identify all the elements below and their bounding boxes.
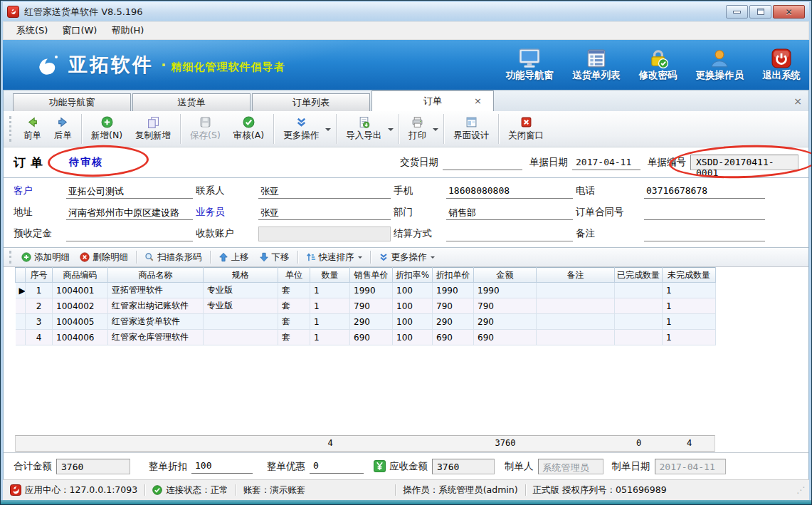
close-button[interactable]: ✕ [773,5,805,19]
tab-order-list[interactable]: 订单列表 [252,93,370,111]
print-button[interactable]: 打印 [402,114,433,144]
toolbar-separator [399,114,399,144]
discount-label: 整单折扣 [149,460,187,473]
detail-more-actions-button[interactable]: 更多操作 [374,250,440,265]
minimize-button[interactable] [726,5,748,19]
col-seq[interactable]: 序号 [26,268,53,283]
dropdown-arrow-icon[interactable] [325,128,331,134]
audit-check-icon [243,116,255,128]
close-window-icon [520,116,532,128]
mobile-label: 手机 [394,184,443,197]
delete-detail-button[interactable]: 删除明细 [75,250,133,265]
delivery-date-field[interactable] [443,155,522,170]
tab-order[interactable]: 订单 × [371,90,494,111]
prev-doc-button[interactable]: 前单 [17,114,48,144]
mobile-field[interactable]: 18608080808 [446,183,573,199]
department-field[interactable]: 销售部 [446,204,573,220]
col-remark[interactable]: 备注 [537,268,615,283]
menu-system[interactable]: 系统(S) [9,22,55,39]
col-price[interactable]: 销售单价 [350,268,393,283]
phone-field[interactable]: 03716678678 [644,183,765,199]
restore-icon [757,9,764,15]
tab-close-icon[interactable]: × [474,96,482,105]
col-finished-qty[interactable]: 已完成数量 [615,268,663,283]
exit-system-button[interactable]: 退出系统 [762,48,801,82]
switch-operator-button[interactable]: 更换操作员 [696,48,744,82]
restore-button[interactable] [749,5,771,19]
col-spec[interactable]: 规格 [204,268,278,283]
settlement-field[interactable] [446,226,573,241]
import-export-button[interactable]: 导入导出 [339,114,388,144]
col-product-name[interactable]: 商品名称 [108,268,204,283]
dropdown-arrow-icon[interactable] [388,128,394,134]
add-detail-button[interactable]: 添加明细 [16,250,75,265]
discount-field[interactable]: 100 [191,459,253,474]
maker-label: 制单人 [505,460,534,473]
toolbar-grip [9,251,11,264]
salesman-field[interactable]: 张亚 [258,204,391,220]
tab-strip: 功能导航窗 送货单 订单列表 订单 × × [4,90,808,111]
remove-icon [80,252,90,262]
detail-toolbar: 添加明细 删除明细 扫描条形码 上移 下移 [4,248,808,267]
account-field[interactable] [258,227,391,241]
col-qty[interactable]: 数量 [310,268,350,283]
tab-delivery-note[interactable]: 送货单 [132,93,251,111]
license-status: 正式版 授权序列号：051696989 [533,484,667,496]
move-down-button[interactable]: 下移 [254,250,295,265]
status-badge: 待审核 [69,156,103,169]
table-row: 4 1004006 红管家仓库管理软件 套 1 690 100 690 690 [16,330,716,345]
arrow-right-icon [57,116,69,128]
order-form: 客户 亚拓公司测试 联系人 张亚 手机 18608080808 电话 03716… [4,178,808,247]
tab-nav-window[interactable]: 功能导航窗 [13,93,131,111]
col-discount-rate[interactable]: 折扣率% [393,268,433,283]
more-actions-button[interactable]: 更多操作 [277,114,325,144]
col-unfinished-qty[interactable]: 未完成数量 [663,268,716,283]
contract-field[interactable] [644,204,765,220]
menu-help[interactable]: 帮助(H) [104,22,151,39]
customer-label[interactable]: 客户 [14,184,63,197]
next-doc-button[interactable]: 后单 [48,114,78,144]
doc-no-field[interactable]: XSDD-20170411-0001 [690,155,798,170]
doc-date-field[interactable]: 2017-04-11 [572,155,640,170]
save-button[interactable]: 保存(S) [184,114,227,144]
app-logo-icon [7,6,19,18]
customer-field[interactable]: 亚拓公司测试 [66,183,193,199]
add-icon [101,116,113,128]
list-icon [586,48,606,68]
copy-new-button[interactable]: 复制新增 [129,114,177,144]
deposit-field[interactable] [66,226,193,241]
doc-no-label: 单据编号 [648,156,686,169]
move-up-button[interactable]: 上移 [213,250,254,265]
salesman-label[interactable]: 业务员 [196,206,255,219]
resize-grip[interactable]: ⋰ [796,485,805,495]
audit-button[interactable]: 审核(A) [227,114,270,144]
new-button[interactable]: 新增(N) [85,114,129,144]
save-icon [199,116,211,128]
col-discount-price[interactable]: 折扣单价 [433,268,474,283]
totals-bar: 合计金额 3760 整单折扣 100 整单优惠 0 应收金额 3760 制单人 … [4,452,808,479]
status-separator [144,484,145,496]
contact-label: 联系人 [196,184,255,197]
col-amount[interactable]: 金额 [474,268,537,283]
dropdown-arrow-icon[interactable] [433,128,438,134]
change-password-button[interactable]: 修改密码 [639,48,677,82]
nav-window-button[interactable]: 功能导航窗 [506,48,554,82]
reduction-field[interactable]: 0 [310,459,364,474]
col-unit[interactable]: 单位 [278,268,310,283]
contact-field[interactable]: 张亚 [258,183,391,199]
tabstrip-close-icon[interactable]: × [793,95,802,107]
receivable-label: 应收金额 [389,460,428,473]
close-window-button[interactable]: 关闭窗口 [502,114,550,144]
delivery-list-button[interactable]: 送货单列表 [572,48,621,82]
move-up-icon [218,252,228,262]
address-field[interactable]: 河南省郑州市中原区建设路 [66,204,193,220]
quick-sort-button[interactable]: 快速排序 [301,250,367,265]
delivery-date-label: 交货日期 [400,156,438,169]
menu-window[interactable]: 窗口(W) [55,22,104,39]
remark-field[interactable] [644,226,765,241]
app-center-status: 应用中心：127.0.0.1:7093 [25,484,137,496]
ui-design-button[interactable]: 界面设计 [447,114,495,144]
scan-barcode-button[interactable]: 扫描条形码 [139,250,207,265]
col-product-code[interactable]: 商品编码 [53,268,108,283]
account-set-status: 账套：演示账套 [243,484,306,496]
